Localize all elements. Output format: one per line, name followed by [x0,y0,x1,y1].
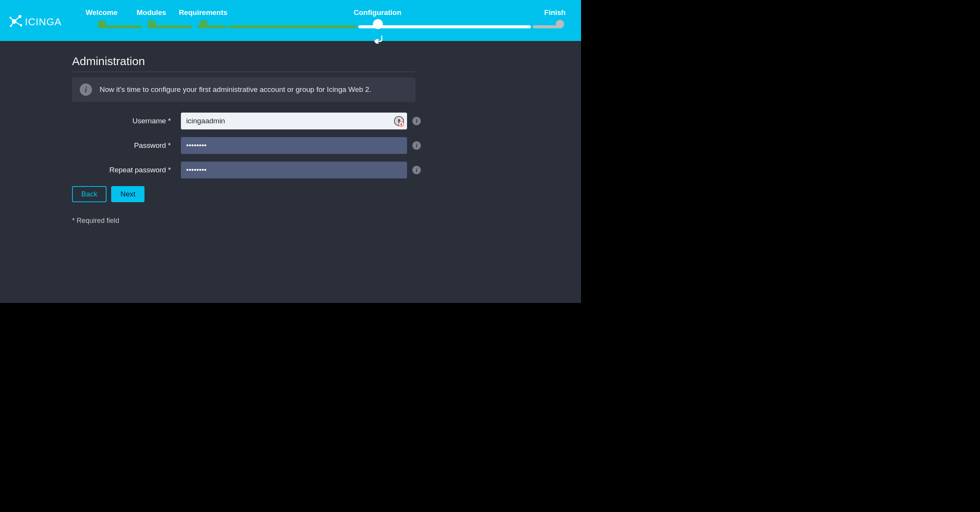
wizard-header: ICINGA Welcome Modules Requirements Conf… [0,0,581,41]
back-button[interactable]: Back [72,186,107,202]
wizard-steps: Welcome Modules Requirements Configurati… [86,8,571,29]
repeat-password-input[interactable] [181,162,407,178]
step-welcome-node[interactable] [98,20,106,28]
info-banner: i Now it's time to configure your first … [72,77,415,102]
step-finish-node[interactable] [556,20,564,28]
app-logo: ICINGA [10,13,67,30]
info-text: Now it's time to configure your first ad… [100,85,371,94]
admin-form: Username * i Password * i Repeat passwor… [72,113,421,178]
step-configuration-label: Configuration [354,8,402,17]
svg-line-5 [14,16,20,21]
repeat-password-help-icon[interactable]: i [412,166,421,174]
step-welcome-label: Welcome [85,8,117,17]
step-finish-label: Finish [544,8,566,17]
step-requirements-node[interactable] [199,20,208,28]
step-configuration-node[interactable] [373,19,383,29]
credential-manager-icon[interactable] [394,116,404,126]
page-title: Administration [72,55,415,72]
repeat-password-label: Repeat password * [72,166,181,174]
logo-text: ICINGA [25,16,62,28]
username-help-icon[interactable]: i [412,117,421,125]
step-modules-label: Modules [136,8,166,17]
password-help-icon[interactable]: i [412,141,421,150]
next-button[interactable]: Next [111,186,144,202]
current-step-indicator-icon [373,34,383,46]
info-icon: i [80,83,92,96]
step-requirements-label: Requirements [179,8,228,17]
svg-rect-10 [399,121,400,123]
password-label: Password * [72,141,181,150]
step-modules-node[interactable] [148,20,156,28]
password-input[interactable] [181,137,407,154]
username-input[interactable] [181,113,407,129]
required-field-note: * Required field [72,217,422,225]
username-label: Username * [72,117,181,125]
